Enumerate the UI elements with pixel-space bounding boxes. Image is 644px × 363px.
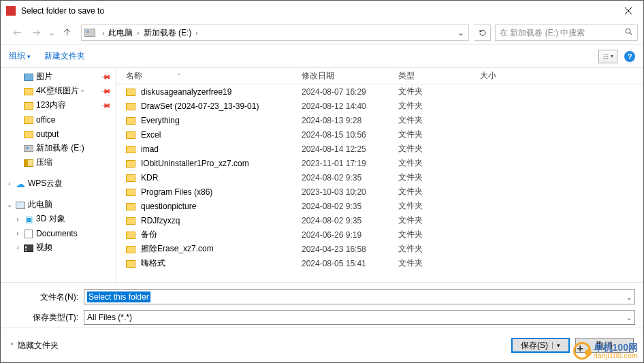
filetype-select[interactable]: All Files (*.*) ⌄ [84,310,635,325]
tree-item[interactable]: ⌄此电脑 [1,198,116,212]
filename-value: Select this folder [87,291,150,302]
file-date: 2024-08-13 9:28 [302,116,398,125]
tree-item[interactable]: 图片📌 [1,69,116,84]
tree-item[interactable]: 4K壁纸图片 -📌 [1,84,116,98]
hide-folders-toggle[interactable]: ˄ 隐藏文件夹 [10,340,59,351]
tree-item-label: output [35,129,59,139]
tree-item[interactable]: ›Documents [1,226,116,240]
expand-icon[interactable]: › [13,244,22,251]
folder-icon [126,230,141,240]
pin-icon: 📌 [101,85,112,96]
column-date[interactable]: 修改日期 [302,70,398,82]
expand-icon[interactable]: › [13,215,22,223]
file-row[interactable]: 擦除Erase_xz7.com2024-04-23 16:58文件夹 [116,242,643,256]
expand-icon[interactable]: › [5,180,14,187]
file-type: 文件夹 [398,86,480,97]
forward-button[interactable]: 🡢 [28,25,44,41]
file-type: 文件夹 [398,172,480,183]
folder-icon [22,129,35,139]
breadcrumb-item[interactable]: 此电脑 [107,27,134,39]
file-row[interactable]: questionpicture2024-08-02 9:35文件夹 [116,199,643,213]
tree-item-label: office [35,115,55,125]
save-button[interactable]: 保存(S)▾ [511,338,570,353]
search-input[interactable]: 在 新加载卷 (E:) 中搜索 [495,25,638,41]
filetype-label: 保存类型(T): [9,312,84,323]
file-type: 文件夹 [398,129,480,140]
file-name: KDR [141,173,302,183]
tree-item[interactable]: ›▣3D 对象 [1,212,116,226]
tree-item[interactable]: ›☁WPS云盘 [1,176,116,191]
refresh-button[interactable] [474,25,491,41]
search-placeholder: 在 新加载卷 (E:) 中搜索 [496,27,620,39]
file-type: 文件夹 [398,143,480,155]
save-split-dropdown[interactable]: ▾ [552,342,560,349]
file-row[interactable]: diskusageanalyzerfree192024-08-07 16:29文… [116,84,643,99]
file-date: 2023-11-01 17:19 [302,159,398,168]
cancel-button[interactable]: 取消 [575,338,634,353]
breadcrumb-item[interactable]: 新加载卷 (E:) [142,27,193,39]
tree-item-label: 图片 [35,71,52,82]
up-button[interactable]: 🡡 [59,25,76,41]
chevron-right-icon: › [193,29,200,37]
address-bar[interactable]: › 此电脑 › 新加载卷 (E:) › ⌄ [81,25,469,41]
file-type: 文件夹 [398,100,480,112]
file-name: diskusageanalyzerfree19 [141,87,302,97]
filename-row: 文件名(N): Select this folder ⌄ [1,288,643,306]
file-row[interactable]: Everything2024-08-13 9:28文件夹 [116,113,643,127]
column-size[interactable]: 大小 [480,70,643,82]
file-type: 文件夹 [398,200,480,212]
file-row[interactable]: 嗨格式2024-08-05 15:41文件夹 [116,256,643,270]
folder-icon [126,259,141,268]
file-name: DrawSet (2024-07-23_13-39-01) [141,101,302,111]
folder-icon [126,159,141,168]
tree-item[interactable]: 压缩 [1,155,116,170]
folder-icon [126,244,141,254]
chevron-down-icon[interactable]: ⌄ [626,314,632,321]
file-date: 2024-08-14 12:25 [302,144,398,154]
tree-item[interactable]: ›视频 [1,240,116,255]
filetype-value: All Files (*.*) [87,313,132,322]
organize-menu[interactable]: 组织 [9,50,31,62]
tree-item[interactable]: 新加载卷 (E:) [1,141,116,155]
chevron-down-icon[interactable]: ⌄ [626,294,632,301]
tree-item-label: 压缩 [35,157,52,168]
expand-icon[interactable]: › [13,230,22,237]
column-type[interactable]: 类型 [398,70,480,82]
file-type: 文件夹 [398,243,480,255]
file-row[interactable]: IObitUninstaller1Pro_xz7.com2023-11-01 1… [116,156,643,170]
search-icon [620,27,637,38]
file-row[interactable]: 备份2024-06-26 9:19文件夹 [116,227,643,242]
tree-item-label: 视频 [35,242,52,253]
file-name: imad [141,144,302,154]
file-row[interactable]: KDR2024-08-02 9:35文件夹 [116,170,643,185]
folder-icon [126,202,141,211]
file-row[interactable]: Excel2024-08-15 10:56文件夹 [116,127,643,142]
file-row[interactable]: Program Files (x86)2023-10-03 10:20文件夹 [116,185,643,199]
file-date: 2024-08-12 14:40 [302,101,398,111]
svg-point-0 [626,29,630,33]
back-button[interactable]: 🡠 [9,25,25,41]
file-row[interactable]: DrawSet (2024-07-23_13-39-01)2024-08-12 … [116,99,643,113]
tree-item[interactable]: output [1,127,116,141]
folder-icon [126,216,141,225]
drive-icon [22,144,35,153]
folder-tree[interactable]: 图片📌4K壁纸图片 -📌123内容📌officeoutput新加载卷 (E:)压… [1,68,116,282]
tree-item-label: 3D 对象 [35,213,65,225]
tree-item[interactable]: office [1,112,116,127]
column-name[interactable]: 名称˄ [126,70,302,82]
file-row[interactable]: imad2024-08-14 12:25文件夹 [116,142,643,156]
tree-item[interactable]: 123内容📌 [1,98,116,112]
expand-icon[interactable]: ⌄ [5,201,14,208]
close-button[interactable] [613,1,643,21]
file-row[interactable]: RDJfzyxzq2024-08-02 9:35文件夹 [116,213,643,227]
help-button[interactable]: ? [624,51,635,62]
tree-item-label: 4K壁纸图片 - [35,85,84,97]
file-type: 文件夹 [398,157,480,169]
view-mode-button[interactable]: ☷ [598,50,617,63]
filename-input[interactable]: Select this folder ⌄ [84,289,635,304]
file-type: 文件夹 [398,229,480,240]
footer-bar: ˄ 隐藏文件夹 保存(S)▾ 取消 [1,330,643,361]
file-list[interactable]: diskusageanalyzerfree192024-08-07 16:29文… [116,84,643,282]
new-folder-button[interactable]: 新建文件夹 [44,50,85,62]
address-dropdown[interactable]: ⌄ [455,28,467,37]
